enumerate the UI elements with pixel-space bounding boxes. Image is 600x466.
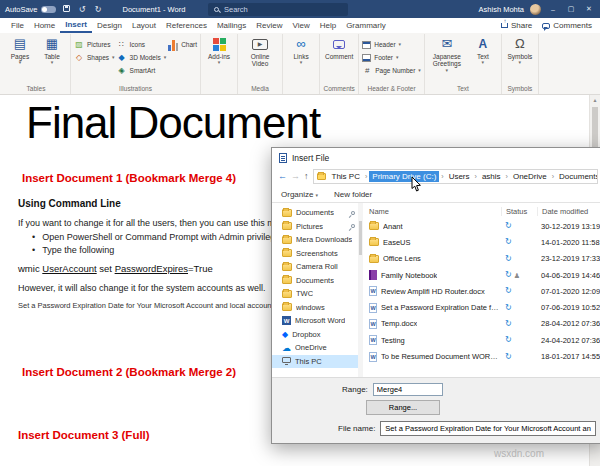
address-bar[interactable]: This PC› Primary Drive (C:)› Users› ashi… [313,169,599,184]
toggle-knob [42,7,47,12]
column-date-modified[interactable]: Date modified [537,207,600,216]
smartart-icon: ◈ [117,66,127,75]
tab-references[interactable]: References [161,18,212,33]
shapes-button[interactable]: ◇Shapes▾ [74,51,115,64]
user-name[interactable]: Ashish Mohta [479,5,524,14]
save-button[interactable] [61,5,72,14]
sidebar-item-dropbox[interactable]: ◆Dropbox [272,328,358,342]
japanese-greetings-button[interactable]: ✉ Japanese Greetings▾ [428,34,466,73]
insert-file-icon [279,153,287,163]
sidebar-item-twc[interactable]: TWC [272,287,358,301]
shared-person-icon: ♟ [514,272,520,279]
header-button[interactable]: Header▾ [362,38,421,51]
breadcrumb-this-pc[interactable]: This PC [329,171,363,182]
file-row-to-be-resumed[interactable]: To be Resumed Document WORD MOBILE ↻ 18-… [363,348,600,364]
autosave-switch-icon[interactable] [41,6,56,13]
file-row-family-notebook[interactable]: Family Notebook ↻♟ 04-06-2019 14:46 [363,267,600,283]
sidebar-item-this-pc[interactable]: This PC [272,355,358,369]
column-name[interactable]: Name [363,207,501,216]
pictures-button[interactable]: ▨Pictures [74,38,115,51]
up-button[interactable]: ↑ [304,172,309,181]
bullet-icon: • [32,232,35,242]
search-icon [214,7,219,12]
organize-button[interactable]: Organize▾ [281,190,318,199]
share-button[interactable]: Share [501,21,532,30]
sidebar-item-documents-2[interactable]: Documents [272,274,358,288]
breadcrumb-ashis[interactable]: ashis [479,171,504,182]
sidebar-item-onedrive[interactable]: ☁OneDrive [272,341,358,355]
page-number-button[interactable]: #Page Number▾ [362,64,421,77]
minimize-button[interactable]: – [547,6,559,13]
scroll-up-icon[interactable]: ▲ [590,97,600,103]
3d-models-button[interactable]: ◆3D Models▾ [117,51,167,64]
tab-design[interactable]: Design [92,18,127,33]
breadcrumb-onedrive[interactable]: OneDrive [510,171,550,182]
file-row-testing[interactable]: Testing ↻ 24-04-2012 07:36 [363,332,600,348]
back-button[interactable]: ← [278,172,287,181]
file-name-input[interactable] [380,421,596,436]
tab-grammarly[interactable]: Grammarly [341,18,391,33]
tab-mailings[interactable]: Mailings [212,18,251,33]
file-row-review-amplifi[interactable]: Review Amplifi HD Router.docx ↻ 07-01-20… [363,283,600,299]
sidebar-item-mera-downloads[interactable]: Mera Downloads [272,233,358,247]
dialog-toolbar: Organize▾ New folder [272,186,600,203]
tab-file[interactable]: File [6,18,29,33]
file-row-temp[interactable]: Temp.docx ↻ 28-04-2012 07:36 [363,316,600,332]
table-button[interactable]: ▦ Table▾ [37,34,67,65]
scrollbar-thumb[interactable] [359,221,362,255]
search-box[interactable]: Search [208,3,348,16]
file-row-easeus[interactable]: EaseUS ↻ 14-01-2020 11:58 [363,234,600,250]
smartart-button[interactable]: ◈SmartArt [117,64,167,77]
range-input[interactable] [373,383,443,396]
breadcrumb-users[interactable]: Users [446,171,473,182]
pages-button[interactable]: ▤ Pages▾ [5,34,35,65]
tab-review[interactable]: Review [251,18,287,33]
sidebar-item-windows[interactable]: windows [272,301,358,315]
breadcrumb-primary-drive[interactable]: Primary Drive (C:) [369,171,439,182]
breadcrumb-documents[interactable]: Documents [556,171,598,182]
tab-layout[interactable]: Layout [127,18,161,33]
file-row-office-lens[interactable]: Office Lens ↻ 23-12-2019 17:33 [363,251,600,267]
word-icon [282,316,291,325]
icons-button[interactable]: ∷Icons [117,38,167,51]
footer-button[interactable]: Footer▾ [362,51,421,64]
chart-button[interactable]: Chart [168,38,197,51]
redo-button[interactable]: ↻ [93,5,104,14]
tab-home[interactable]: Home [29,18,60,33]
online-video-button[interactable]: ▶ Online Video [241,34,279,68]
sidebar-item-pictures[interactable]: Pictures [272,220,358,234]
window-title: Document1 - Word [123,5,186,14]
sidebar-scrollbar[interactable] [358,203,363,377]
file-list: Name Status Date modified Anant ↻ 30-12-… [363,203,600,377]
file-row-set-password-expiration[interactable]: Set a Password Expiration Date for Your … [363,299,600,315]
text-box-button[interactable]: A Text▾ [468,34,498,65]
undo-button[interactable]: ↺ [77,5,88,14]
file-row-anant[interactable]: Anant ↻ 30-12-2019 13:19 [363,218,600,234]
sidebar-item-documents[interactable]: Documents [272,206,358,220]
links-button[interactable]: ∞ Links▾ [286,34,316,65]
sidebar-item-microsoft-word[interactable]: Microsoft Word [272,314,358,328]
autosave-toggle[interactable]: AutoSave [5,5,56,14]
close-button[interactable]: ✕ [583,5,595,13]
dropdown-arrow-icon: ▾ [19,60,22,65]
symbols-button[interactable]: Ω Symbols▾ [505,34,535,65]
comments-button[interactable]: Comments [542,21,592,30]
avatar[interactable] [530,4,541,15]
comment-button[interactable]: Comment [323,34,355,60]
dropdown-arrow-icon: ▾ [446,68,449,73]
sidebar-item-screenshots[interactable]: Screenshots [272,247,358,261]
new-folder-button[interactable]: New folder [334,190,372,199]
range-label: Range: [342,385,368,394]
forward-button[interactable]: → [291,172,300,181]
restore-button[interactable]: ▢ [565,5,577,13]
column-status[interactable]: Status [501,207,537,216]
tab-insert[interactable]: Insert [60,18,92,33]
dropdown-arrow-icon: ▾ [164,55,167,60]
tab-view[interactable]: View [287,18,314,33]
sidebar-item-camera-roll[interactable]: Camera Roll [272,260,358,274]
dialog-titlebar[interactable]: Insert File [272,148,600,167]
range-button[interactable]: Range... [366,400,440,415]
tab-help[interactable]: Help [315,18,341,33]
add-ins-button[interactable]: Add-ins▾ [204,34,234,65]
command-line-text: wmic UserAccount set PasswordExpires=Tru… [18,263,213,274]
